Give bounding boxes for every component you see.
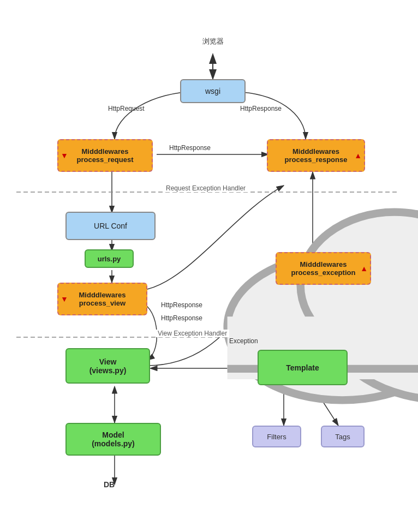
tags-node: Tags: [321, 426, 365, 447]
middleware-request-label: Midddlewares: [76, 147, 133, 156]
http-response-lower-label: HttpResponse: [161, 314, 202, 322]
wsgi-label: wsgi: [205, 87, 220, 95]
http-request-label: HttpRequest: [108, 105, 145, 112]
middleware-exception-node: Midddlewares process_exception ▲: [276, 252, 371, 285]
request-exception-label: Request Exception Handler: [164, 184, 248, 192]
diagram-container: 浏览器 wsgi HttpRequest HttpResponse Midddl…: [0, 0, 418, 532]
http-response-mid-label: HttpResponse: [169, 144, 211, 152]
middleware-view-node: Midddlewares process_view ▼: [57, 283, 147, 315]
view-exception-label: View Exception Handler: [156, 330, 229, 337]
view-sublabel: (views.py): [89, 366, 127, 375]
filters-label: Filters: [267, 433, 286, 441]
middleware-view-sublabel: process_view: [79, 299, 126, 307]
middleware-exception-label: Midddlewares: [291, 260, 356, 268]
middleware-response-label: Midddlewares: [285, 147, 348, 156]
middleware-response-sublabel: process_response: [285, 156, 348, 164]
view-label: View: [89, 357, 127, 366]
http-response-view-label: HttpResponse: [161, 301, 202, 309]
template-node: Template: [258, 350, 348, 385]
view-node: View (views.py): [65, 348, 150, 384]
middleware-exception-sublabel: process_exception: [291, 268, 356, 277]
filters-node: Filters: [252, 426, 301, 447]
url-conf-node: URL Conf: [65, 212, 156, 240]
middleware-request-node: Midddlewares process_request ▼: [57, 139, 153, 172]
middleware-response-node: Midddlewares process_response ▲: [267, 139, 365, 172]
middleware-request-sublabel: process_request: [76, 156, 133, 164]
model-node: Model (models.py): [65, 423, 161, 456]
urls-py-node: urls.py: [85, 249, 134, 268]
urls-py-label: urls.py: [98, 255, 121, 263]
browser-node: 浏览器: [186, 22, 240, 63]
db-node: DB: [85, 486, 134, 489]
template-label: Template: [286, 363, 319, 372]
middleware-view-label: Midddlewares: [79, 291, 126, 299]
exception-label: Exception: [229, 337, 258, 345]
model-label: Model: [92, 431, 135, 439]
url-conf-label: URL Conf: [94, 222, 127, 230]
model-sublabel: (models.py): [92, 439, 135, 448]
http-response-wsgi-label: HttpResponse: [240, 105, 282, 112]
wsgi-node: wsgi: [180, 79, 246, 103]
tags-label: Tags: [335, 433, 350, 441]
